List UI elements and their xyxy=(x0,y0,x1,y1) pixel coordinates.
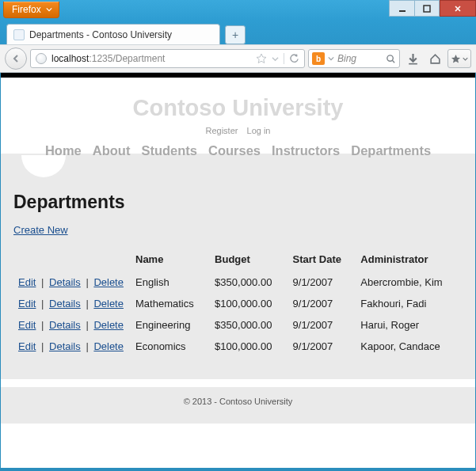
cell-admin: Fakhouri, Fadi xyxy=(356,293,463,314)
cell-admin: Kapoor, Candace xyxy=(356,336,463,357)
cell-name: Mathematics xyxy=(131,293,210,314)
separator xyxy=(284,53,284,64)
globe-icon xyxy=(36,53,47,64)
table-row: Edit | Details | DeleteEngineering$350,0… xyxy=(13,314,463,336)
cell-admin: Abercrombie, Kim xyxy=(356,272,463,293)
avatar-placeholder xyxy=(21,155,66,177)
action-details[interactable]: Details xyxy=(49,340,81,352)
cell-start: 9/1/2007 xyxy=(288,314,356,336)
search-placeholder: Bing xyxy=(337,53,356,64)
departments-table: Name Budget Start Date Administrator Edi… xyxy=(13,250,463,357)
cell-budget: $350,000.00 xyxy=(210,272,288,293)
site-footer: © 2013 - Contoso University xyxy=(1,379,475,424)
action-details[interactable]: Details xyxy=(49,276,81,288)
row-actions: Edit | Details | Delete xyxy=(13,336,131,357)
account-links: Register Log in xyxy=(1,126,475,143)
window-maximize-button[interactable] xyxy=(414,0,440,17)
col-start: Start Date xyxy=(288,250,356,272)
browser-toolbar: localhost:1235/Department b Bing xyxy=(0,44,476,73)
browser-tab[interactable]: Departments - Contoso University xyxy=(6,24,220,44)
minimize-icon xyxy=(398,5,406,13)
firefox-menu-button[interactable]: Firefox xyxy=(3,2,59,18)
content-area: Departments Create New Name Budget Start… xyxy=(1,154,475,379)
url-host: localhost xyxy=(51,53,89,64)
nav-students[interactable]: Students xyxy=(141,143,197,158)
col-budget: Budget xyxy=(210,250,288,272)
close-icon xyxy=(454,5,462,13)
nav-departments[interactable]: Departments xyxy=(351,143,431,158)
plus-icon: + xyxy=(232,28,238,41)
action-delete[interactable]: Delete xyxy=(93,340,124,352)
action-delete[interactable]: Delete xyxy=(93,298,124,310)
nav-instructors[interactable]: Instructors xyxy=(272,143,340,158)
svg-rect-0 xyxy=(399,10,406,12)
action-edit[interactable]: Edit xyxy=(18,298,36,310)
window-titlebar: Firefox xyxy=(0,0,476,21)
action-details[interactable]: Details xyxy=(49,319,81,331)
tab-strip: Departments - Contoso University + xyxy=(0,21,476,44)
cell-start: 9/1/2007 xyxy=(288,272,356,293)
nav-about[interactable]: About xyxy=(93,143,131,158)
svg-rect-1 xyxy=(424,6,430,12)
star-icon xyxy=(451,54,461,64)
address-bar[interactable]: localhost:1235/Department xyxy=(30,49,305,68)
cell-start: 9/1/2007 xyxy=(288,336,356,357)
window-bottom-border xyxy=(0,468,476,471)
home-button[interactable] xyxy=(425,49,444,68)
cell-name: Economics xyxy=(131,336,210,357)
register-link[interactable]: Register xyxy=(205,126,238,135)
bookmarks-menu-button[interactable] xyxy=(447,49,471,68)
table-row: Edit | Details | DeleteEconomics$100,000… xyxy=(13,336,463,357)
bookmark-star-icon[interactable] xyxy=(256,53,267,64)
action-details[interactable]: Details xyxy=(49,298,81,310)
tab-title: Departments - Contoso University xyxy=(29,29,172,40)
svg-point-2 xyxy=(387,55,393,60)
create-new-link[interactable]: Create New xyxy=(13,224,68,236)
arrow-left-icon xyxy=(11,54,21,63)
site-title[interactable]: Contoso University xyxy=(1,78,475,126)
action-edit[interactable]: Edit xyxy=(18,319,36,331)
chevron-down-icon[interactable] xyxy=(328,55,334,62)
nav-courses[interactable]: Courses xyxy=(208,143,261,158)
svg-rect-3 xyxy=(409,63,417,64)
table-row: Edit | Details | DeleteMathematics$100,0… xyxy=(13,293,463,314)
cell-name: English xyxy=(131,272,210,293)
table-header-row: Name Budget Start Date Administrator xyxy=(13,250,463,272)
row-actions: Edit | Details | Delete xyxy=(13,272,131,293)
reload-icon[interactable] xyxy=(289,54,299,64)
window-controls xyxy=(389,0,476,17)
back-button[interactable] xyxy=(5,47,27,70)
search-box[interactable]: b Bing xyxy=(308,49,400,68)
cell-name: Engineering xyxy=(131,314,210,336)
bing-icon: b xyxy=(312,52,325,65)
row-actions: Edit | Details | Delete xyxy=(13,293,131,314)
new-tab-button[interactable]: + xyxy=(225,25,246,44)
chevron-down-icon xyxy=(463,56,468,62)
action-delete[interactable]: Delete xyxy=(93,319,124,331)
page-heading: Departments xyxy=(13,177,463,224)
login-link[interactable]: Log in xyxy=(247,126,271,135)
window-close-button[interactable] xyxy=(440,0,476,17)
page-icon xyxy=(13,29,25,40)
window-minimize-button[interactable] xyxy=(389,0,414,17)
cell-budget: $100,000.00 xyxy=(210,336,288,357)
chevron-down-icon xyxy=(46,6,52,13)
cell-budget: $100,000.00 xyxy=(210,293,288,314)
action-delete[interactable]: Delete xyxy=(93,276,124,288)
cell-start: 9/1/2007 xyxy=(288,293,356,314)
cell-budget: $350,000.00 xyxy=(210,314,288,336)
page-viewport: Contoso University Register Log in Home … xyxy=(0,73,476,468)
cell-admin: Harui, Roger xyxy=(356,314,463,336)
row-actions: Edit | Details | Delete xyxy=(13,314,131,336)
dropdown-history-icon[interactable] xyxy=(272,55,279,63)
home-icon xyxy=(429,53,441,65)
action-edit[interactable]: Edit xyxy=(18,340,36,352)
table-row: Edit | Details | DeleteEnglish$350,000.0… xyxy=(13,272,463,293)
download-icon xyxy=(407,53,419,65)
url-path: :1235/Department xyxy=(89,53,165,64)
col-admin: Administrator xyxy=(356,250,463,272)
action-edit[interactable]: Edit xyxy=(18,276,36,288)
downloads-button[interactable] xyxy=(403,49,422,68)
col-name: Name xyxy=(131,250,210,272)
search-icon[interactable] xyxy=(386,54,396,64)
